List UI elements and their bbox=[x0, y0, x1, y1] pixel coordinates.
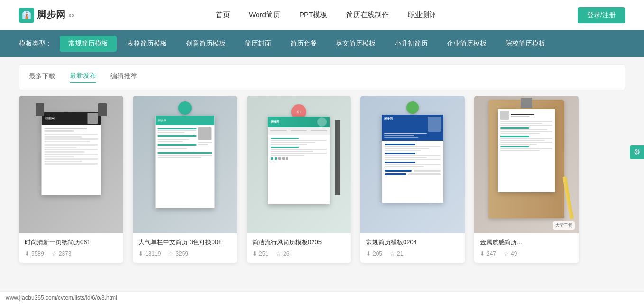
like-count-4: 21 bbox=[397, 250, 403, 257]
cat-tab-english[interactable]: 英文简历模板 bbox=[327, 36, 384, 52]
cat-tab-cover[interactable]: 简历封面 bbox=[236, 36, 280, 52]
card-title-5: 金属质感简历... bbox=[480, 238, 573, 247]
download-stat-1: ⬇ 5589 bbox=[25, 250, 44, 257]
logo-suffix: xx bbox=[68, 12, 74, 18]
like-icon-2: ☆ bbox=[168, 250, 174, 257]
like-count-5: 49 bbox=[511, 250, 517, 257]
card-2[interactable]: 脚步网 bbox=[133, 96, 237, 263]
like-icon-4: ☆ bbox=[390, 250, 395, 257]
cat-tab-school[interactable]: 小升初简历 bbox=[386, 36, 436, 52]
cat-tab-college[interactable]: 院校简历模板 bbox=[497, 36, 554, 52]
card-title-2: 大气单栏中文简历 3色可换008 bbox=[138, 238, 231, 247]
download-count-2: 13119 bbox=[145, 250, 161, 257]
like-count-1: 2373 bbox=[59, 250, 72, 257]
card-image-4: 脚步网 bbox=[360, 96, 465, 233]
download-icon-5: ⬇ bbox=[480, 250, 485, 257]
card-info-2: 大气单栏中文简历 3色可换008 ⬇ 13119 ☆ 3259 bbox=[133, 233, 237, 263]
card-info-5: 金属质感简历... ⬇ 247 ☆ 49 bbox=[474, 233, 579, 263]
like-stat-1: ☆ 2373 bbox=[52, 250, 72, 257]
card-info-3: 简洁流行风简历模板0205 ⬇ 251 ☆ 26 bbox=[247, 233, 351, 263]
nav-ppt[interactable]: PPT模板 bbox=[299, 10, 327, 19]
float-button[interactable]: ⚙ bbox=[630, 145, 644, 159]
card-image-5: 大学干货 bbox=[474, 96, 579, 233]
card-stats-1: ⬇ 5589 ☆ 2373 bbox=[25, 250, 118, 257]
card-4[interactable]: 脚步网 bbox=[360, 96, 465, 263]
card-title-1: 时尚清新一页纸简历061 bbox=[25, 238, 118, 247]
like-stat-3: ☆ 26 bbox=[276, 250, 289, 257]
card-info-1: 时尚清新一页纸简历061 ⬇ 5589 ☆ 2373 bbox=[19, 233, 123, 263]
like-stat-2: ☆ 3259 bbox=[168, 250, 188, 257]
cat-tab-regular[interactable]: 常规简历模板 bbox=[60, 36, 117, 52]
logo[interactable]: 👔 脚步网 xx bbox=[19, 8, 74, 23]
card-1[interactable]: 脚步网 bbox=[19, 96, 123, 263]
cat-tab-package[interactable]: 简历套餐 bbox=[282, 36, 325, 52]
sort-bar: 最多下载 最新发布 编辑推荐 bbox=[19, 64, 625, 90]
card-grid: 脚步网 bbox=[0, 96, 644, 272]
like-icon-5: ☆ bbox=[504, 250, 509, 257]
download-icon-2: ⬇ bbox=[138, 250, 143, 257]
nav-career[interactable]: 职业测评 bbox=[408, 10, 436, 19]
download-count-1: 5589 bbox=[31, 250, 44, 257]
like-stat-5: ☆ 49 bbox=[504, 250, 517, 257]
card-stats-2: ⬇ 13119 ☆ 3259 bbox=[138, 250, 231, 257]
card-image-3: 印 脚步网 bbox=[247, 96, 351, 233]
category-bar: 模板类型： 常规简历模板 表格简历模板 创意简历模板 简历封面 简历套餐 英文简… bbox=[0, 30, 644, 57]
cat-tab-table[interactable]: 表格简历模板 bbox=[119, 36, 175, 52]
download-stat-2: ⬇ 13119 bbox=[138, 250, 161, 257]
download-count-3: 251 bbox=[259, 250, 268, 257]
like-icon-1: ☆ bbox=[52, 250, 57, 257]
download-stat-3: ⬇ 251 bbox=[252, 250, 268, 257]
nav-word[interactable]: Word简历 bbox=[249, 10, 280, 19]
category-label: 模板类型： bbox=[19, 39, 52, 48]
like-count-3: 26 bbox=[283, 250, 289, 257]
card-info-4: 常规简历模板0204 ⬇ 205 ☆ 21 bbox=[360, 233, 465, 263]
download-icon-3: ⬇ bbox=[252, 250, 257, 257]
download-count-5: 247 bbox=[487, 250, 496, 257]
card-title-3: 简洁流行风简历模板0205 bbox=[252, 238, 345, 247]
sort-tab-editor[interactable]: 编辑推荐 bbox=[110, 72, 137, 83]
card-stats-4: ⬇ 205 ☆ 21 bbox=[366, 250, 459, 257]
login-button[interactable]: 登录/注册 bbox=[578, 7, 625, 23]
logo-name: 脚步网 bbox=[37, 9, 65, 21]
main-nav: 首页 Word简历 PPT模板 简历在线制作 职业测评 bbox=[216, 10, 436, 19]
download-icon-4: ⬇ bbox=[366, 250, 371, 257]
like-stat-4: ☆ 21 bbox=[390, 250, 403, 257]
category-tabs: 常规简历模板 表格简历模板 创意简历模板 简历封面 简历套餐 英文简历模板 小升… bbox=[60, 36, 554, 52]
download-stat-5: ⬇ 247 bbox=[480, 250, 496, 257]
logo-icon: 👔 bbox=[19, 8, 34, 23]
card-title-4: 常规简历模板0204 bbox=[366, 238, 459, 247]
card-5[interactable]: 大学干货 金属质感简历... ⬇ 247 ☆ 49 bbox=[474, 96, 579, 263]
header: 👔 脚步网 xx 首页 Word简历 PPT模板 简历在线制作 职业测评 登录/… bbox=[0, 0, 644, 30]
card-image-1: 脚步网 bbox=[19, 96, 123, 233]
download-stat-4: ⬇ 205 bbox=[366, 250, 382, 257]
card-3[interactable]: 印 脚步网 bbox=[247, 96, 351, 263]
card-stats-3: ⬇ 251 ☆ 26 bbox=[252, 250, 345, 257]
like-icon-3: ☆ bbox=[276, 250, 281, 257]
download-icon-1: ⬇ bbox=[25, 250, 29, 257]
nav-home[interactable]: 首页 bbox=[216, 10, 230, 19]
card-image-2: 脚步网 bbox=[133, 96, 237, 233]
sort-tab-newest[interactable]: 最新发布 bbox=[70, 72, 96, 83]
nav-online[interactable]: 简历在线制作 bbox=[346, 10, 389, 19]
like-count-2: 3259 bbox=[175, 250, 188, 257]
download-count-4: 205 bbox=[373, 250, 382, 257]
cat-tab-enterprise[interactable]: 企业简历模板 bbox=[438, 36, 495, 52]
cat-tab-creative[interactable]: 创意简历模板 bbox=[177, 36, 234, 52]
card-stats-5: ⬇ 247 ☆ 49 bbox=[480, 250, 573, 257]
sort-tab-downloads[interactable]: 最多下载 bbox=[29, 72, 55, 83]
